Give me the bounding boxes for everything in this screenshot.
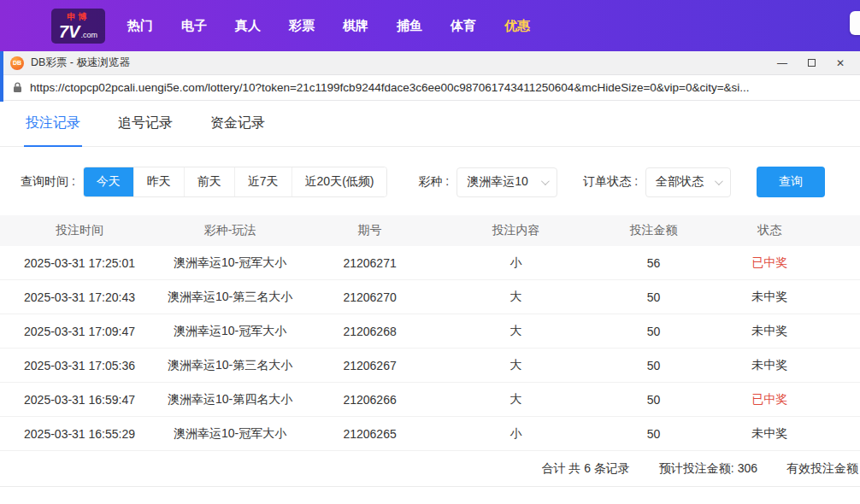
window-controls: — ✕ [768,52,855,74]
lottery-select-value: 澳洲幸运10 [467,174,528,190]
table-footer: 合计 共 6 条记录 预计投注金额: 306 有效投注金额 [0,451,860,487]
table-header-cell: 投注金额 [593,223,714,238]
table-row: 2025-03-31 16:55:29 澳洲幸运10-冠军大小 21206265… [0,417,860,451]
cell-bet-time: 2025-03-31 17:20:43 [0,290,159,304]
time-filter-button[interactable]: 近7天 [235,167,292,196]
lock-icon [13,82,22,93]
search-button[interactable]: 查询 [757,167,825,197]
table-header-row: 投注时间彩种-玩法期号投注内容投注金额状态 [0,215,860,246]
filter-bar: 查询时间 : 今天昨天前天近7天近20天(低频) 彩种 : 澳洲幸运10 订单状… [0,147,860,215]
cell-content: 大 [439,392,593,407]
nav-item-真人[interactable]: 真人 [235,18,261,34]
lottery-select[interactable]: 澳洲幸运10 [457,167,557,197]
cell-bet-time: 2025-03-31 17:05:36 [0,359,159,372]
minimize-button[interactable]: — [768,52,797,74]
cell-amount: 50 [593,290,714,304]
table-header-cell: 彩种-玩法 [159,223,301,238]
table-header-cell: 投注时间 [0,223,159,238]
nav-item-热门[interactable]: 热门 [127,18,153,34]
valid-bet-amount-text: 有效投注金额 [786,461,858,477]
browser-titlebar: DB DB彩票 - 极速浏览器 — ✕ [0,51,860,75]
top-nav-bar: 申博 7V .com 热门电子真人彩票棋牌捕鱼体育优惠 [0,0,860,51]
logo-suffix: .com [80,31,97,39]
cell-game: 澳洲幸运10-冠军大小 [159,255,301,271]
cell-content: 大 [439,324,593,339]
cell-status: 已中奖 [714,255,826,271]
cell-bet-time: 2025-03-31 17:25:01 [0,256,159,270]
record-tabs: 投注记录追号记录资金记录 [0,101,860,147]
cell-content: 小 [439,255,593,271]
nav-item-棋牌[interactable]: 棋牌 [343,18,368,34]
table-header-cell: 状态 [714,223,826,238]
nav-item-电子[interactable]: 电子 [181,18,207,34]
nav-item-体育[interactable]: 体育 [451,18,476,34]
expected-bet-amount-text: 预计投注金额: 306 [659,461,757,477]
table-header-cell: 投注内容 [439,223,593,238]
logo-brand: 7V [59,23,80,40]
cell-game: 澳洲幸运10-第四名大小 [159,392,301,407]
cell-game: 澳洲幸运10-冠军大小 [159,324,301,339]
floating-widget[interactable] [850,11,860,35]
maximize-button[interactable] [797,52,826,74]
cell-bet-time: 2025-03-31 16:55:29 [0,427,159,441]
time-filter-group: 今天昨天前天近7天近20天(低频) [83,167,388,197]
records-total-text: 合计 共 6 条记录 [541,461,629,477]
chevron-down-icon [541,177,550,185]
cell-status: 未中奖 [714,290,826,305]
time-filter-button[interactable]: 近20天(低频) [292,167,387,196]
table-row: 2025-03-31 17:09:47 澳洲幸运10-冠军大小 21206268… [0,314,860,349]
table-row: 2025-03-31 17:20:43 澳洲幸运10-第三名大小 2120627… [0,280,860,314]
logo-badge: 申博 [67,11,89,23]
cell-issue: 21206271 [301,256,439,270]
cell-issue: 21206268 [301,325,439,338]
cell-status: 已中奖 [714,392,826,407]
window-title: DB彩票 - 极速浏览器 [31,56,768,70]
cell-amount: 50 [593,325,714,338]
table-body: 2025-03-31 17:25:01 澳洲幸运10-冠军大小 21206271… [0,246,860,451]
lottery-filter-label: 彩种 : [418,174,449,190]
chevron-down-icon [715,177,723,185]
site-logo[interactable]: 申博 7V .com [51,9,105,44]
table-row: 2025-03-31 16:59:47 澳洲幸运10-第四名大小 2120626… [0,383,860,417]
time-filter-label: 查询时间 : [21,174,75,190]
tab-追号记录[interactable]: 追号记录 [116,101,174,147]
cell-amount: 56 [593,256,714,270]
close-button[interactable]: ✕ [826,52,855,74]
tab-资金记录[interactable]: 资金记录 [209,101,267,147]
cell-status: 未中奖 [714,324,826,339]
browser-chrome: DB DB彩票 - 极速浏览器 — ✕ https://ctopcp02pcal… [0,51,860,101]
top-nav-menu: 热门电子真人彩票棋牌捕鱼体育优惠 [127,18,530,34]
nav-item-捕鱼[interactable]: 捕鱼 [397,18,422,34]
cell-status: 未中奖 [714,426,826,442]
logo-line: 7V .com [59,23,97,40]
status-filter-label: 订单状态 : [583,174,638,190]
tab-投注记录[interactable]: 投注记录 [24,101,82,147]
nav-item-优惠[interactable]: 优惠 [504,18,530,34]
cell-amount: 50 [593,427,714,441]
status-select-value: 全部状态 [656,174,704,190]
cell-content: 大 [439,290,593,305]
maximize-icon [808,59,816,67]
table-row: 2025-03-31 17:25:01 澳洲幸运10-冠军大小 21206271… [0,246,860,280]
cell-amount: 50 [593,393,714,407]
nav-item-彩票[interactable]: 彩票 [289,18,315,34]
cell-bet-time: 2025-03-31 17:09:47 [0,325,159,338]
cell-game: 澳洲幸运10-第三名大小 [159,358,301,373]
cell-issue: 21206270 [301,290,439,304]
bet-records-table: 投注时间彩种-玩法期号投注内容投注金额状态 2025-03-31 17:25:0… [0,215,860,451]
window-edge-accent [0,51,3,102]
order-status-select[interactable]: 全部状态 [645,167,731,197]
table-row: 2025-03-31 17:05:36 澳洲幸运10-第三名大小 2120626… [0,349,860,383]
cell-game: 澳洲幸运10-冠军大小 [159,426,301,442]
time-filter-button[interactable]: 前天 [185,167,235,196]
address-bar[interactable]: https://ctopcp02pcali.uengi5e.com/lotter… [0,75,860,101]
cell-game: 澳洲幸运10-第三名大小 [159,290,301,305]
url-text: https://ctopcp02pcali.uengi5e.com/lotter… [30,81,750,94]
cell-issue: 21206266 [301,393,439,407]
time-filter-button[interactable]: 昨天 [134,167,185,196]
cell-status: 未中奖 [714,358,826,373]
time-filter-button[interactable]: 今天 [84,167,134,196]
table-header-cell: 期号 [301,223,439,238]
cell-content: 小 [439,426,593,442]
lottery-records-page: 投注记录追号记录资金记录 查询时间 : 今天昨天前天近7天近20天(低频) 彩种… [0,101,860,487]
